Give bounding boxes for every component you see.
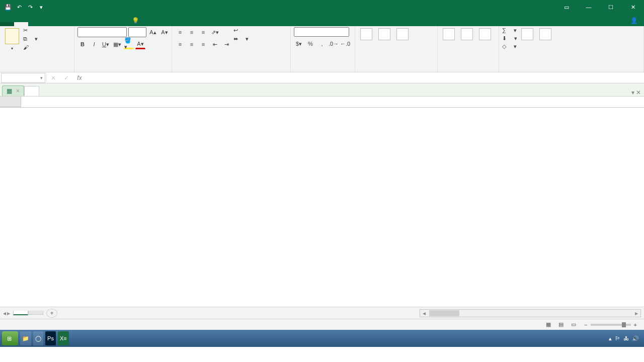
ribbon-options-icon[interactable]: ▭ xyxy=(555,0,578,14)
name-box[interactable]: ▾ xyxy=(1,73,45,83)
align-top-icon[interactable]: ≡ xyxy=(175,27,185,37)
align-bottom-icon[interactable]: ≡ xyxy=(198,27,208,37)
align-left-icon[interactable]: ≡ xyxy=(175,39,185,49)
tab-page-layout[interactable] xyxy=(42,22,56,26)
format-cells-button[interactable] xyxy=(477,27,493,42)
sheet-nav-prev-icon[interactable]: ◂ xyxy=(3,310,6,317)
scroll-right-icon[interactable]: ▸ xyxy=(632,310,640,317)
cancel-icon[interactable]: ✕ xyxy=(47,74,60,81)
tray-network-icon[interactable]: 🖧 xyxy=(623,335,629,341)
percent-icon[interactable]: % xyxy=(305,39,315,49)
tab-review[interactable] xyxy=(85,22,99,26)
spreadsheet[interactable] xyxy=(0,97,644,307)
zoom-in-icon[interactable]: + xyxy=(634,322,637,328)
zoom-out-icon[interactable]: − xyxy=(584,322,587,328)
bold-button[interactable]: B xyxy=(77,39,88,49)
share-button[interactable]: 👤 xyxy=(624,15,644,26)
insert-cells-button[interactable] xyxy=(441,27,457,42)
orientation-icon[interactable]: ⇗▾ xyxy=(210,27,220,37)
align-middle-icon[interactable]: ≡ xyxy=(187,27,197,37)
format-painter-button[interactable]: 🖌 xyxy=(23,44,38,50)
sheet-tab-other[interactable] xyxy=(28,311,43,315)
scroll-thumb[interactable] xyxy=(429,310,459,316)
delete-cells-button[interactable] xyxy=(459,27,475,42)
start-button[interactable]: ⊞ xyxy=(2,331,18,345)
view-pagebreak-icon[interactable]: ▭ xyxy=(569,320,579,329)
chrome-taskbar-icon[interactable]: ◯ xyxy=(33,331,43,345)
cut-button[interactable]: ✂ xyxy=(23,27,38,34)
underline-button[interactable]: U▾ xyxy=(101,39,111,49)
font-size-select[interactable] xyxy=(128,27,146,37)
conditional-formatting-button[interactable] xyxy=(358,27,374,42)
number-group-label xyxy=(294,71,352,71)
scroll-left-icon[interactable]: ◂ xyxy=(420,310,428,317)
maximize-icon[interactable]: ☐ xyxy=(600,0,622,14)
number-format-select[interactable] xyxy=(294,27,349,37)
indent-decrease-icon[interactable]: ⇤ xyxy=(210,39,220,49)
tell-me[interactable]: 💡 xyxy=(127,15,624,26)
doctab-menu-icon[interactable]: ▾ ✕ xyxy=(628,89,644,96)
fill-color-button[interactable]: 🪣▾ xyxy=(124,39,134,49)
grow-font-icon[interactable]: A▴ xyxy=(148,27,158,37)
cells-group-label xyxy=(441,71,496,71)
tab-formulas[interactable] xyxy=(56,22,70,26)
tab-office-tab[interactable] xyxy=(113,22,127,26)
zoom-slider[interactable] xyxy=(591,324,631,326)
tab-home[interactable] xyxy=(14,22,28,26)
horizontal-scrollbar[interactable]: ◂ ▸ xyxy=(420,309,641,317)
view-normal-icon[interactable]: ▦ xyxy=(543,320,553,329)
close-tab-icon[interactable]: × xyxy=(16,87,20,95)
font-name-select[interactable] xyxy=(77,27,127,37)
increase-decimal-icon[interactable]: .0→ xyxy=(329,39,339,49)
undo-icon[interactable]: ↶ xyxy=(15,3,23,11)
sheet-tab-active[interactable] xyxy=(13,311,28,315)
comma-icon[interactable]: , xyxy=(317,39,327,49)
workbook-tab[interactable]: ▦ × xyxy=(2,85,24,96)
tab-data[interactable] xyxy=(70,22,85,26)
find-select-button[interactable] xyxy=(537,27,553,42)
lightbulb-icon: 💡 xyxy=(132,17,139,24)
indent-increase-icon[interactable]: ⇥ xyxy=(221,39,231,49)
excel-taskbar-icon[interactable]: X≡ xyxy=(58,331,69,345)
paste-button[interactable]: ▾ xyxy=(3,27,21,52)
enter-icon[interactable]: ✓ xyxy=(60,74,73,81)
new-workbook-tab[interactable] xyxy=(24,86,39,96)
sort-filter-button[interactable] xyxy=(519,27,535,42)
cell-styles-button[interactable] xyxy=(394,27,411,42)
add-sheet-button[interactable]: + xyxy=(46,309,57,318)
minimize-icon[interactable]: — xyxy=(578,0,600,14)
copy-button[interactable]: ⧉ ▾ xyxy=(23,36,38,42)
sort-icon xyxy=(521,28,533,40)
format-as-table-button[interactable] xyxy=(376,27,392,42)
tab-view[interactable] xyxy=(99,22,113,26)
autosum-button[interactable]: ∑ ▾ xyxy=(502,27,517,34)
qat-more-icon[interactable]: ▾ xyxy=(37,3,45,11)
sheet-nav-next-icon[interactable]: ▸ xyxy=(7,310,10,317)
wrap-text-button[interactable]: ↩ xyxy=(233,27,249,34)
align-right-icon[interactable]: ≡ xyxy=(198,39,208,49)
view-pagelayout-icon[interactable]: ▤ xyxy=(556,320,566,329)
save-icon[interactable]: 💾 xyxy=(4,3,12,11)
accounting-icon[interactable]: $▾ xyxy=(294,39,304,49)
tray-show-hidden-icon[interactable]: ▴ xyxy=(609,335,612,342)
close-icon[interactable]: ✕ xyxy=(622,0,644,14)
tray-flag-icon[interactable]: 🏳 xyxy=(615,335,620,341)
merge-center-button[interactable]: ⬌ ▾ xyxy=(233,36,249,42)
decrease-decimal-icon[interactable]: ←.0 xyxy=(340,39,350,49)
fx-icon[interactable]: fx xyxy=(73,74,86,81)
font-color-button[interactable]: A▾ xyxy=(135,39,145,49)
tray-volume-icon[interactable]: 🔊 xyxy=(632,335,639,342)
border-button[interactable]: ▦▾ xyxy=(112,39,122,49)
tab-file[interactable] xyxy=(0,22,14,26)
shrink-font-icon[interactable]: A▾ xyxy=(159,27,170,37)
explorer-taskbar-icon[interactable]: 📁 xyxy=(20,331,31,345)
redo-icon[interactable]: ↷ xyxy=(26,3,34,11)
tab-insert[interactable] xyxy=(28,22,42,26)
clear-button[interactable]: ◇ ▾ xyxy=(502,43,517,50)
fill-button[interactable]: ⬇ ▾ xyxy=(502,35,517,42)
cond-format-icon xyxy=(360,28,372,40)
align-center-icon[interactable]: ≡ xyxy=(187,39,197,49)
italic-button[interactable]: I xyxy=(89,39,99,49)
photoshop-taskbar-icon[interactable]: Ps xyxy=(45,331,56,345)
select-all-corner[interactable] xyxy=(0,97,21,107)
